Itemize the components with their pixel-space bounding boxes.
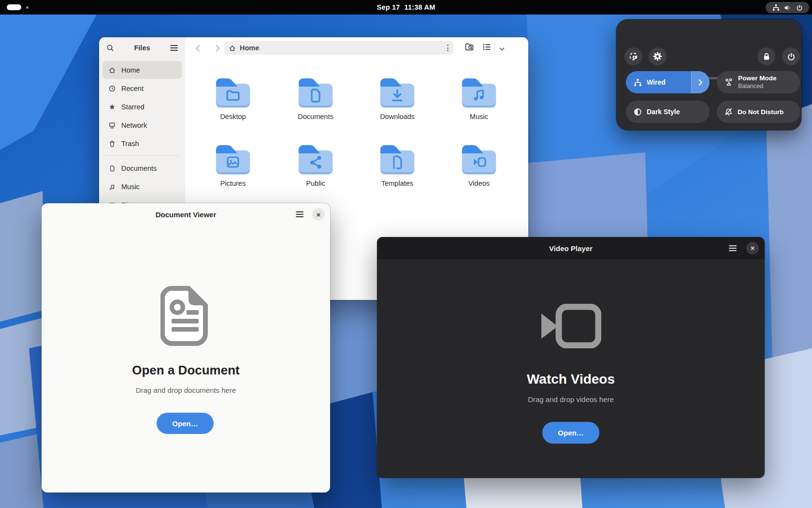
- toolbar-divider: [494, 43, 495, 53]
- video-player-heading: Watch Videos: [377, 372, 765, 387]
- wired-network-toggle[interactable]: Wired: [626, 71, 710, 93]
- sidebar-item-label: Network: [121, 121, 147, 129]
- wired-network-icon: [772, 4, 780, 11]
- network-icon: [108, 121, 116, 129]
- folder-search-icon[interactable]: [464, 42, 474, 52]
- power-icon: [787, 52, 796, 61]
- sidebar-item-label: Music: [121, 183, 140, 191]
- files-sidebar-header: Files: [99, 37, 185, 59]
- folder-downloads[interactable]: Downloads: [366, 76, 429, 120]
- screenshot-icon: [629, 52, 638, 61]
- forward-button[interactable]: [214, 46, 219, 51]
- current-location-label: Home: [240, 44, 259, 52]
- power-profile-icon: [725, 78, 733, 87]
- dark-style-toggle[interactable]: Dark Style: [626, 101, 710, 123]
- dark-style-icon: [634, 108, 642, 116]
- document-icon: [108, 164, 116, 172]
- video-player-close-button[interactable]: ×: [746, 242, 759, 254]
- settings-button[interactable]: [649, 47, 667, 65]
- folder-desktop[interactable]: Desktop: [202, 76, 264, 120]
- document-viewer-heading: Open a Document: [42, 363, 330, 378]
- sidebar-item-home[interactable]: Home: [102, 61, 182, 79]
- lock-icon: [762, 52, 771, 61]
- quick-settings-panel: Wired Power Mode Balanced: [616, 19, 801, 130]
- folder-label: Public: [284, 179, 347, 187]
- power-button[interactable]: [782, 47, 800, 65]
- workspace-indicator-active[interactable]: [7, 4, 21, 10]
- video-open-button[interactable]: Open…: [542, 422, 599, 444]
- power-icon: [796, 4, 803, 11]
- clock-time: 11:38 AM: [405, 3, 435, 11]
- workspace-indicator-dot[interactable]: [26, 6, 29, 9]
- folder-templates[interactable]: Templates: [366, 143, 429, 187]
- sidebar-item-starred[interactable]: Starred: [102, 98, 182, 116]
- sidebar-item-label: Starred: [121, 103, 145, 111]
- video-camera-icon: [538, 304, 601, 348]
- sidebar-item-trash[interactable]: Trash: [102, 134, 182, 152]
- volume-icon: [784, 4, 792, 12]
- music-note-icon: [108, 183, 116, 191]
- folder-label: Documents: [284, 113, 347, 120]
- folder-label: Music: [448, 113, 510, 120]
- home-icon: [108, 66, 116, 74]
- do-not-disturb-label: Do Not Disturb: [738, 108, 783, 116]
- video-player-titlebar[interactable]: Video Player ×: [377, 237, 765, 259]
- folder-music[interactable]: Music: [448, 76, 510, 120]
- location-menu-button[interactable]: [447, 45, 449, 51]
- sidebar-item-music[interactable]: Music: [102, 178, 182, 195]
- trash-icon: [108, 140, 116, 148]
- star-icon: [108, 103, 116, 111]
- path-bar[interactable]: Home: [224, 41, 453, 55]
- files-menu-button[interactable]: [170, 45, 178, 51]
- lock-button[interactable]: [757, 47, 775, 65]
- document-placeholder-icon: [160, 285, 211, 346]
- folder-label: Templates: [366, 179, 429, 187]
- view-options-chevron-icon[interactable]: [499, 45, 504, 50]
- screenshot-button[interactable]: [624, 47, 642, 65]
- folder-pictures[interactable]: Pictures: [202, 143, 264, 187]
- video-player-subtitle: Drag and drop videos here: [377, 395, 765, 403]
- do-not-disturb-toggle[interactable]: Do Not Disturb: [717, 101, 800, 123]
- document-viewer-close-button[interactable]: ×: [312, 208, 325, 221]
- back-button[interactable]: [197, 46, 202, 51]
- dark-style-label: Dark Style: [647, 108, 680, 116]
- document-viewer-title: Document Viewer: [42, 210, 330, 219]
- folder-videos[interactable]: Videos: [448, 143, 510, 187]
- system-tray-button[interactable]: [766, 2, 809, 13]
- folder-label: Videos: [448, 179, 510, 187]
- clock-icon: [108, 85, 116, 92]
- gear-icon: [653, 52, 662, 61]
- sidebar-item-label: Documents: [121, 164, 157, 172]
- folder-label: Downloads: [366, 113, 429, 120]
- power-mode-toggle[interactable]: Power Mode Balanced: [717, 71, 800, 93]
- home-icon: [229, 45, 236, 52]
- wired-settings-arrow[interactable]: [691, 71, 710, 93]
- sidebar-item-label: Recent: [121, 85, 144, 92]
- clock-menu-button[interactable]: Sep 17 11:38 AM: [0, 0, 812, 15]
- document-open-button[interactable]: Open…: [157, 413, 214, 434]
- sidebar-separator: [104, 155, 180, 156]
- document-viewer-subtitle: Drag and drop documents here: [42, 386, 330, 394]
- document-viewer-titlebar[interactable]: Document Viewer ×: [42, 203, 330, 225]
- document-viewer-window: Document Viewer × Open a Document Drag a…: [42, 203, 330, 493]
- top-bar: Sep 17 11:38 AM: [0, 0, 812, 15]
- sidebar-item-label: Trash: [121, 140, 139, 148]
- wired-label: Wired: [647, 78, 666, 86]
- video-player-menu-button[interactable]: [729, 245, 737, 251]
- video-player-window: Video Player × Watch Videos Drag and dro…: [377, 237, 765, 478]
- video-player-title: Video Player: [377, 244, 765, 253]
- folder-label: Pictures: [202, 179, 264, 187]
- chevron-right-icon: [698, 79, 703, 86]
- wired-network-icon: [634, 78, 642, 87]
- document-viewer-menu-button[interactable]: [296, 211, 304, 217]
- sidebar-item-network[interactable]: Network: [102, 116, 182, 134]
- sidebar-item-documents[interactable]: Documents: [102, 159, 182, 177]
- folder-label: Desktop: [202, 113, 264, 120]
- list-view-icon[interactable]: [482, 42, 492, 52]
- sidebar-item-recent[interactable]: Recent: [102, 79, 182, 97]
- power-mode-value: Balanced: [738, 83, 777, 90]
- folder-documents[interactable]: Documents: [284, 76, 347, 120]
- clock-date: Sep 17: [377, 3, 400, 11]
- folder-public[interactable]: Public: [284, 143, 347, 187]
- power-mode-label: Power Mode: [738, 75, 777, 83]
